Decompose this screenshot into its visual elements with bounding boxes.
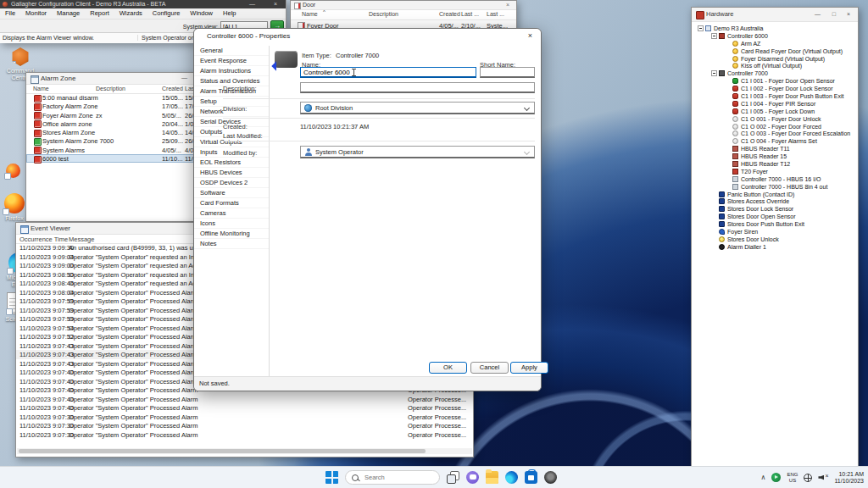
expand-toggle-icon[interactable] (698, 25, 704, 31)
tree-item[interactable]: C1 I 003 - Foyer Door Push Button Exit (694, 92, 856, 100)
dialog-tab[interactable]: HBUS Devices (194, 168, 269, 178)
dialog-tab[interactable]: EOL Resistors (194, 158, 269, 168)
dialog-tab[interactable]: General (194, 46, 269, 56)
tree-item[interactable]: Panic Button (Contact ID) (694, 191, 856, 198)
menu-item[interactable]: Manage (52, 8, 85, 19)
short-name-input[interactable] (480, 67, 535, 78)
desktop-icon-app[interactable] (3, 164, 23, 178)
ok-button[interactable]: OK (429, 362, 467, 374)
tree-item[interactable]: Stores Door Open Sensor (694, 213, 856, 220)
column-header[interactable]: Created (439, 11, 460, 17)
tree-item[interactable]: C1 I 005 - Foyer Lock Down (694, 108, 856, 115)
tree-item[interactable]: Foyer Disarmed (Virtual Output) (694, 55, 856, 63)
tree-item[interactable]: C1 O 004 - Foyer Alarms Set (694, 137, 856, 145)
tree-item[interactable]: C1 I 001 - Foyer Door Open Sensor (694, 77, 856, 85)
volume-muted-icon[interactable] (818, 474, 828, 482)
dialog-tab[interactable]: Icons (194, 219, 269, 229)
clock[interactable]: 10:21 AM 11/10/2023 (834, 471, 864, 485)
tree-item[interactable]: Alarm Dialler 1 (694, 243, 856, 251)
dialog-tab[interactable]: Offline Monitoring (194, 229, 269, 239)
column-header[interactable]: Name (33, 86, 49, 92)
tree-item[interactable]: HBUS Reader T11 (694, 145, 856, 152)
start-button-icon[interactable] (326, 471, 338, 484)
maximize-button[interactable]: □ (832, 10, 836, 19)
event-row[interactable]: 11/10/2023 9:07:30 Operator "System Oper… (16, 430, 473, 440)
tree-item[interactable]: Demo R3 Australia (694, 25, 856, 32)
chat-icon[interactable] (466, 471, 479, 484)
column-header[interactable]: Description (369, 11, 398, 17)
menu-item[interactable]: Help (218, 8, 241, 19)
taskbar-search[interactable] (345, 470, 440, 485)
dialog-tab[interactable]: Card Formats (194, 198, 269, 208)
main-window-titlebar[interactable]: Gallagher Configuration Client - Demo R3… (0, 0, 286, 8)
tree-item[interactable]: C1 O 001 - Foyer Door Unlock (694, 115, 856, 123)
dialog-tab[interactable]: Alarm Instructions (194, 66, 269, 76)
tray-app-icon[interactable] (771, 473, 781, 482)
column-header[interactable]: Last ... (461, 11, 479, 17)
task-view-icon[interactable] (447, 471, 459, 484)
tree-item[interactable]: C1 I 004 - Foyer PIR Sensor (694, 100, 856, 108)
tree-item[interactable]: Foyer Siren (694, 228, 856, 236)
microsoft-store-icon[interactable] (525, 471, 537, 484)
alarm-zone-row[interactable]: Foyer Alarm Zone zx 5/05/... 26/ (26, 111, 194, 119)
tree-item[interactable]: C1 O 003 - Foyer Door Forced Escalation (694, 130, 856, 137)
close-button[interactable]: × (274, 0, 277, 8)
tree-item[interactable]: T20 Foyer (694, 168, 856, 175)
tree-item[interactable]: Card Read Foyer Door (Virtual Output) (694, 47, 856, 55)
edge-browser-icon[interactable] (505, 471, 518, 484)
close-button[interactable]: × (528, 31, 532, 40)
tree-item[interactable]: C1 O 002 - Foyer Door Forced (694, 123, 856, 130)
menu-item[interactable]: Report (85, 8, 114, 19)
alarm-zone-row[interactable]: Office alarm zone 20/04... 1/0 (26, 119, 194, 128)
tree-item[interactable]: C1 I 002 - Foyer Door Lock Sensor (694, 85, 856, 92)
alarm-zone-row[interactable]: 5:00 manaul disarm 15/05... 15/ (26, 93, 194, 102)
alarm-zone-titlebar[interactable]: Alarm Zone — (26, 73, 194, 85)
menu-item[interactable]: Wizards (114, 8, 147, 19)
column-header[interactable]: Message (69, 236, 94, 243)
dialog-tab[interactable]: Software (194, 188, 269, 198)
desktop-icon-firefox[interactable]: Firefox (2, 193, 27, 222)
alarm-zone-row[interactable]: 6000 test 11/10... 11/ (26, 154, 194, 163)
apply-button[interactable]: Apply (510, 362, 548, 374)
tree-item[interactable]: Controller 6000 (694, 32, 856, 40)
alarm-zone-row[interactable]: Stores Alarm Zone 14/05... 14/ (26, 128, 194, 136)
network-icon[interactable] (804, 474, 812, 482)
alarm-zone-row[interactable]: System Alarms 4/05/... 4/0 (26, 146, 194, 154)
column-header[interactable]: Last ... (487, 11, 504, 17)
column-header[interactable]: Created (162, 86, 183, 92)
modified-by-dropdown[interactable]: System Operator (300, 146, 535, 158)
menu-item[interactable]: Window (185, 8, 218, 19)
tree-item[interactable]: HBUS Reader T12 (694, 160, 856, 168)
file-explorer-icon[interactable] (486, 471, 498, 484)
dialog-titlebar[interactable]: Controller 6000 - Properties × (194, 29, 541, 44)
menu-item[interactable]: File (0, 8, 20, 19)
tree-item[interactable]: Controller 7000 - HBUS 16 I/O (694, 175, 856, 183)
description-input[interactable] (300, 82, 535, 93)
menu-item[interactable]: Monitor (20, 8, 52, 19)
expand-toggle-icon[interactable] (711, 70, 717, 76)
hardware-titlebar[interactable]: Hardware — □ × (692, 8, 858, 22)
tree-item[interactable]: Stores Door Unlock (694, 236, 856, 243)
language-indicator[interactable]: ENG US (787, 472, 798, 484)
column-header[interactable]: Name (302, 11, 318, 17)
tree-item[interactable]: Stores Door Push Button Exit (694, 220, 856, 228)
event-row[interactable]: 11/10/2023 9:07:40 Operator "System Oper… (16, 395, 473, 404)
search-input[interactable] (363, 473, 426, 482)
event-row[interactable]: 11/10/2023 9:07:30 Operator "System Oper… (16, 413, 473, 422)
minimize-button[interactable]: — (815, 10, 821, 19)
minimize-button[interactable]: — (249, 0, 255, 8)
cancel-button[interactable]: Cancel (470, 362, 509, 374)
tree-item[interactable]: HBUS Reader 15 (694, 152, 856, 160)
dialog-tab[interactable]: Cameras (194, 208, 269, 219)
close-button[interactable]: × (506, 1, 509, 9)
event-row[interactable]: 11/10/2023 9:07:40 Operator "System Oper… (16, 403, 473, 413)
event-row[interactable]: 11/10/2023 9:07:30 Operator "System Oper… (16, 421, 473, 430)
dialog-tab[interactable]: Notes (194, 239, 269, 249)
horizontal-scrollbar[interactable] (17, 448, 472, 454)
dialog-tab[interactable]: OSDP Devices 2 (194, 178, 269, 188)
pinned-app-icon[interactable] (544, 471, 557, 484)
column-header[interactable]: Description (96, 86, 125, 92)
division-dropdown[interactable]: Root Division (300, 102, 535, 114)
tree-item[interactable]: Controller 7000 - HBUS 8in 4 out (694, 183, 856, 191)
name-input[interactable] (300, 67, 476, 78)
